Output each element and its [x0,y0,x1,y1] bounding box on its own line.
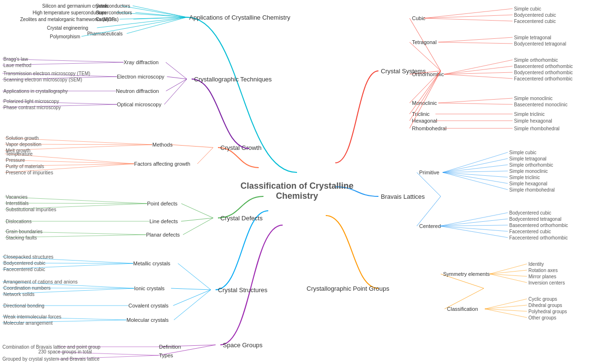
svg-text:Grouped by crystal system and : Grouped by crystal system and Bravais la… [2,356,100,362]
svg-text:Dihedral groups: Dihedral groups [528,303,562,308]
svg-text:High temperature superconducto: High temperature superconductors [33,10,106,15]
svg-line-22 [424,9,513,18]
svg-text:Types: Types [159,353,173,358]
svg-text:Bravais Lattices: Bravais Lattices [381,193,425,200]
svg-text:Arrangement of cations and ani: Arrangement of cations and anions [3,279,78,284]
svg-text:Electron microscopy: Electron microscopy [117,74,165,80]
svg-text:Simple hexagonal: Simple hexagonal [514,118,552,124]
svg-line-89 [440,226,508,238]
svg-text:Simple cubic: Simple cubic [514,6,541,11]
svg-text:Metallic crystals: Metallic crystals [133,261,171,266]
svg-line-40 [444,72,513,74]
svg-line-73 [443,172,508,177]
svg-text:Primitive: Primitive [419,170,439,175]
svg-text:Triclinic: Triclinic [412,111,430,117]
svg-text:Definition: Definition [159,344,181,350]
svg-text:Line defects: Line defects [149,218,178,224]
svg-text:Coordination numbers: Coordination numbers [3,285,50,291]
svg-line-195 [167,77,187,79]
svg-text:Identity: Identity [528,262,544,267]
center-title: Classification of Crystalline Chemistry [228,181,366,201]
svg-text:Weak intermolecular forces: Weak intermolecular forces [3,314,61,319]
svg-line-87 [440,226,508,231]
svg-text:Semiconductors: Semiconductors [96,3,130,9]
svg-text:Molecular arrangement: Molecular arrangement [3,320,53,326]
svg-text:Transmission electron microsco: Transmission electron microscopy (TEM) [3,71,90,76]
svg-text:Inversion centers: Inversion centers [528,280,565,285]
svg-line-189 [166,62,187,79]
svg-text:Applications in crystallograph: Applications in crystallography [3,89,68,94]
svg-line-81 [440,213,508,226]
svg-text:Closepacked structures: Closepacked structures [3,254,54,260]
svg-line-28 [410,42,441,71]
svg-text:Bodycentered orthorhombic: Bodycentered orthorhombic [514,70,573,75]
svg-line-85 [440,225,508,226]
svg-text:Scanning electron microscopy (: Scanning electron microscopy (SEM) [3,77,82,82]
svg-line-7 [136,12,187,17]
svg-text:Grain boundaries: Grain boundaries [6,229,43,234]
svg-text:Dislocations: Dislocations [6,219,32,224]
svg-line-24 [424,15,513,18]
svg-text:Bodycentered cubic: Bodycentered cubic [514,12,556,18]
svg-text:Crystal Growth: Crystal Growth [220,144,262,151]
svg-text:Laue method: Laue method [3,63,31,68]
svg-line-26 [424,18,513,21]
svg-text:Applications of Crystalline Ch: Applications of Crystalline Chemistry [189,14,290,21]
svg-text:230 space groups in total: 230 space groups in total [38,349,92,354]
svg-line-178 [197,148,213,164]
svg-text:Facecentered orthorhombic: Facecentered orthorhombic [509,235,568,240]
svg-text:Crystallographic Techniques: Crystallographic Techniques [194,76,272,83]
svg-text:Other groups: Other groups [528,315,556,320]
svg-text:Basecentered orthorhombic: Basecentered orthorhombic [514,64,573,69]
svg-text:Polarized light microscopy: Polarized light microscopy [3,99,59,104]
svg-text:Simple orthorhombic: Simple orthorhombic [509,162,553,168]
svg-line-140 [173,290,211,306]
svg-text:Rhombohedral: Rhombohedral [412,125,446,131]
svg-text:Classification: Classification [447,306,478,312]
svg-line-38 [444,66,513,74]
svg-text:Ionic crystals: Ionic crystals [134,285,165,291]
svg-line-79 [417,196,441,226]
svg-text:Presence of impurities: Presence of impurities [6,170,53,175]
svg-text:Tetragonal: Tetragonal [412,39,436,45]
svg-text:Directional bonding: Directional bonding [3,303,45,308]
svg-text:Solution growth: Solution growth [6,136,39,141]
svg-text:Phase contrast microscopy: Phase contrast microscopy [3,105,61,110]
svg-text:Crystallographic Point Groups: Crystallographic Point Groups [307,285,389,292]
svg-line-132 [171,288,211,290]
svg-text:Point defects: Point defects [147,201,178,206]
svg-text:Facecentered cubic: Facecentered cubic [509,229,551,234]
svg-text:Interstitials: Interstitials [6,201,29,206]
svg-text:Substitutional impurities: Substitutional impurities [6,207,57,212]
svg-line-170 [171,145,214,148]
svg-text:Network solids: Network solids [3,292,34,297]
svg-line-30 [438,37,513,42]
svg-line-36 [444,60,513,74]
svg-text:Neutron diffraction: Neutron diffraction [116,88,159,94]
svg-line-32 [438,42,513,44]
svg-text:Crystal Structures: Crystal Structures [218,286,268,294]
svg-text:Simple rhombohedral: Simple rhombohedral [509,187,555,193]
svg-text:Cyclic groups: Cyclic groups [528,296,557,302]
svg-text:Crystal engineering: Crystal engineering [47,25,88,31]
svg-line-48 [438,103,513,104]
svg-text:Basecentered orthorhombic: Basecentered orthorhombic [509,223,568,228]
svg-text:Covalent crystals: Covalent crystals [128,303,169,308]
svg-text:Temperature: Temperature [6,151,33,157]
svg-text:Molecular crystals: Molecular crystals [126,317,169,323]
svg-text:Polyhedral groups: Polyhedral groups [528,309,567,314]
svg-line-75 [443,172,508,183]
svg-text:Simple triclinic: Simple triclinic [514,112,545,117]
svg-text:Facecentered orthorhombic: Facecentered orthorhombic [514,76,572,81]
svg-text:Bodycentered tetragonal: Bodycentered tetragonal [514,41,566,46]
svg-text:Methods: Methods [152,142,173,148]
svg-line-94 [490,264,527,274]
svg-line-65 [443,152,508,172]
svg-line-96 [490,270,527,274]
svg-text:Mirror planes: Mirror planes [528,274,556,279]
svg-text:Rotation axes: Rotation axes [528,268,558,273]
svg-text:Xray diffraction: Xray diffraction [124,59,159,65]
svg-text:Bodycentered cubic: Bodycentered cubic [3,261,46,266]
svg-text:Simple orthorhombic: Simple orthorhombic [514,57,558,63]
svg-line-15 [127,17,187,34]
